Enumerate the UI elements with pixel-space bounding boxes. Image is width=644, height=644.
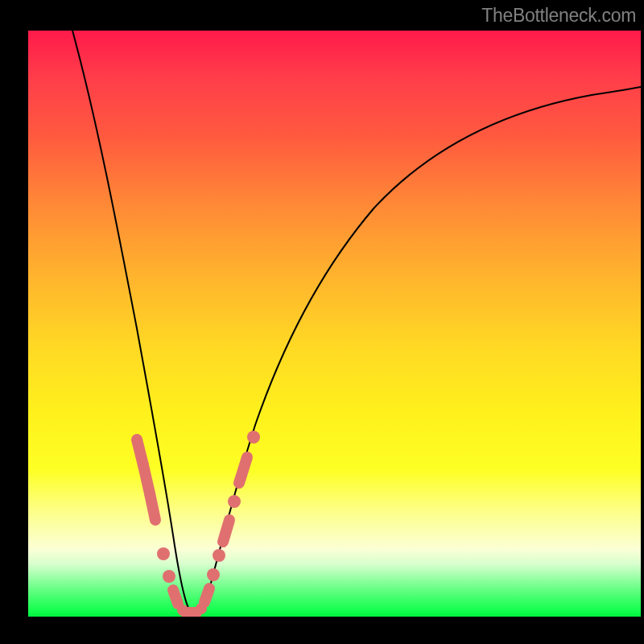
marker-seg [204, 588, 209, 602]
chart-frame: TheBottleneck.com [0, 0, 644, 644]
marker-dot [163, 570, 175, 583]
plot-area [28, 31, 641, 617]
chart-svg [28, 31, 641, 617]
watermark: TheBottleneck.com [481, 5, 636, 27]
marker-dot [207, 568, 220, 581]
marker-seg [173, 590, 178, 604]
marker-seg [239, 457, 247, 483]
bottleneck-curve [72, 31, 641, 613]
marker-seg [150, 493, 155, 520]
marker-dot [228, 495, 241, 508]
marker-dot [157, 547, 170, 560]
marker-dot [247, 431, 260, 444]
marker-dot [213, 549, 225, 562]
marker-seg [223, 520, 229, 542]
marker-group [137, 431, 260, 616]
